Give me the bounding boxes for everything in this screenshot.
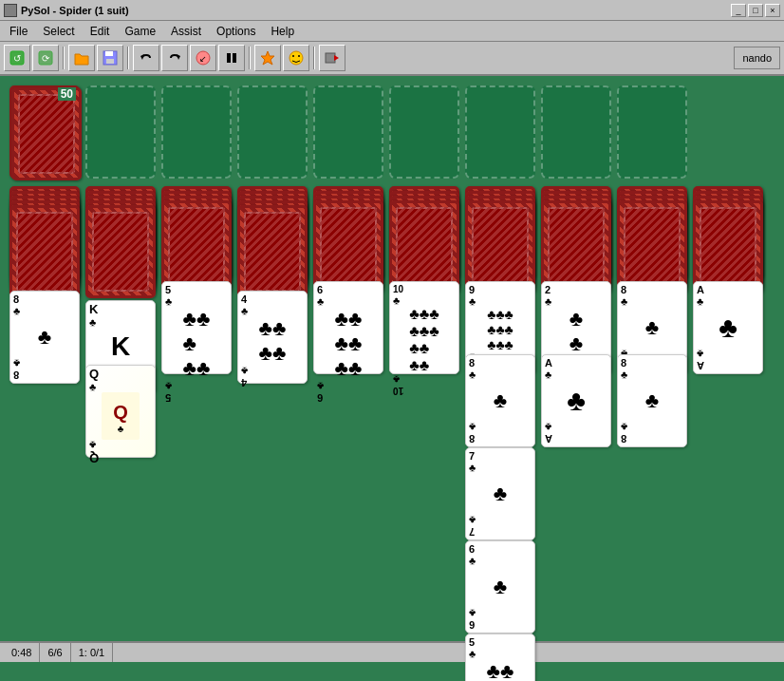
top-row: 50 <box>9 85 775 179</box>
svg-text:⟳: ⟳ <box>42 53 50 64</box>
toolbar-separator-2 <box>127 47 129 69</box>
face-button[interactable] <box>283 45 309 71</box>
svg-text:↺: ↺ <box>13 53 21 64</box>
foundation-8[interactable] <box>617 85 687 179</box>
svg-marker-7 <box>140 54 144 60</box>
card-col4-0[interactable]: 6♣ ♣♣♣♣♣♣ 6♣ <box>313 281 383 374</box>
stock-pile[interactable]: 50 <box>9 85 80 179</box>
toolbar-separator-4 <box>313 47 315 69</box>
column-9: A♣ ♣ A♣ <box>693 186 763 681</box>
card-col6-4[interactable]: 5♣ ♣♣♣♣♣ 5♣ <box>465 634 535 681</box>
game-area: 50 8♣ ♣ 8♣ <box>0 76 784 641</box>
autodrop-button[interactable]: ↙ <box>190 45 216 71</box>
restart-button[interactable]: ⟳ <box>32 45 59 71</box>
column-3: 4♣ ♣♣♣♣ 4♣ <box>237 186 308 681</box>
card-col7-1[interactable]: A♣ ♣ A♣ <box>541 354 611 447</box>
svg-point-15 <box>292 55 294 57</box>
toolbar: ↺ ⟳ ↙ nando <box>0 42 784 76</box>
foundation-2[interactable] <box>161 85 232 179</box>
card-col6-1[interactable]: 8♣ ♣ 8♣ <box>465 354 535 447</box>
toolbar-separator-1 <box>63 47 65 69</box>
toolbar-right: nando <box>734 47 780 69</box>
foundation-3[interactable] <box>237 85 308 179</box>
star-button[interactable] <box>254 45 281 71</box>
svg-marker-18 <box>334 55 339 61</box>
toolbar-separator-3 <box>249 47 251 69</box>
stock-count: 50 <box>58 87 76 101</box>
window-controls[interactable]: _ □ × <box>731 4 780 17</box>
title-bar: PySol - Spider (1 suit) _ □ × <box>0 0 784 21</box>
foundation-4[interactable] <box>313 85 383 179</box>
column-8: 8♣ ♣ 8♣ 8♣ ♣ 8♣ <box>617 186 687 681</box>
menu-edit[interactable]: Edit <box>83 23 118 40</box>
svg-rect-11 <box>227 53 231 63</box>
svg-rect-6 <box>106 59 114 64</box>
foundation-1[interactable] <box>85 85 156 179</box>
window-title: PySol - Spider (1 suit) <box>21 5 129 16</box>
user-button[interactable]: nando <box>734 47 780 69</box>
save-button[interactable] <box>97 45 123 71</box>
menu-file[interactable]: File <box>2 23 35 40</box>
card-col2-0[interactable]: 5♣ ♣♣♣♣♣ 5♣ <box>161 281 232 374</box>
menu-help[interactable]: Help <box>263 23 302 40</box>
column-5: 10♣ ♣♣♣♣♣♣♣♣♣♣ 10♣ <box>389 186 459 681</box>
column-6: 9♣ ♣♣♣♣♣♣♣♣♣ 9♣ 8♣ ♣ 8♣ 7♣ ♣ 7♣ 6♣ ♣ 6♣ <box>465 186 535 681</box>
menu-select[interactable]: Select <box>35 23 82 40</box>
close-button[interactable]: × <box>765 4 780 17</box>
column-1: K♣ K K♣ Q♣ Q ♣ Q♣ <box>85 186 156 681</box>
undo-button[interactable] <box>133 45 159 71</box>
card-col8-1[interactable]: 8♣ ♣ 8♣ <box>617 354 687 447</box>
column-0: 8♣ ♣ 8♣ <box>9 186 80 681</box>
card-col1-1[interactable]: Q♣ Q ♣ Q♣ <box>85 365 156 458</box>
foundation-5[interactable] <box>389 85 459 179</box>
foundation-7[interactable] <box>541 85 611 179</box>
open-button[interactable] <box>68 45 95 71</box>
svg-marker-8 <box>177 54 180 60</box>
app-icon <box>4 4 17 17</box>
svg-rect-5 <box>105 51 113 56</box>
svg-marker-13 <box>261 51 274 65</box>
column-4: 6♣ ♣♣♣♣♣♣ 6♣ <box>313 186 383 681</box>
svg-text:♣: ♣ <box>118 424 124 434</box>
card-col3-0[interactable]: 4♣ ♣♣♣♣ 4♣ <box>237 291 308 384</box>
svg-point-16 <box>298 55 300 57</box>
menu-bar: File Select Edit Game Assist Options Hel… <box>0 21 784 42</box>
menu-options[interactable]: Options <box>209 23 263 40</box>
foundation-6[interactable] <box>465 85 535 179</box>
columns-row: 8♣ ♣ 8♣ K♣ K K♣ Q♣ <box>9 186 775 681</box>
card-col6-3[interactable]: 6♣ ♣ 6♣ <box>465 540 535 634</box>
card-col6-2[interactable]: 7♣ ♣ 7♣ <box>465 447 535 540</box>
svg-rect-17 <box>326 53 335 63</box>
svg-text:↙: ↙ <box>199 54 207 64</box>
card-col5-0[interactable]: 10♣ ♣♣♣♣♣♣♣♣♣♣ 10♣ <box>389 281 459 374</box>
redo-button[interactable] <box>161 45 188 71</box>
exit-button[interactable] <box>319 45 345 71</box>
menu-game[interactable]: Game <box>117 23 163 40</box>
new-game-button[interactable]: ↺ <box>4 45 30 71</box>
card-col9-0[interactable]: A♣ ♣ A♣ <box>693 281 763 374</box>
menu-assist[interactable]: Assist <box>163 23 209 40</box>
maximize-button[interactable]: □ <box>748 4 763 17</box>
minimize-button[interactable]: _ <box>731 4 746 17</box>
pause-button[interactable] <box>218 45 245 71</box>
svg-rect-12 <box>233 53 236 63</box>
card-col0-0[interactable]: 8♣ ♣ 8♣ <box>9 291 80 384</box>
column-2: 5♣ ♣♣♣♣♣ 5♣ <box>161 186 232 681</box>
column-7: 2♣ ♣♣ 2♣ A♣ ♣ A♣ <box>541 186 611 681</box>
svg-text:Q: Q <box>113 402 128 423</box>
